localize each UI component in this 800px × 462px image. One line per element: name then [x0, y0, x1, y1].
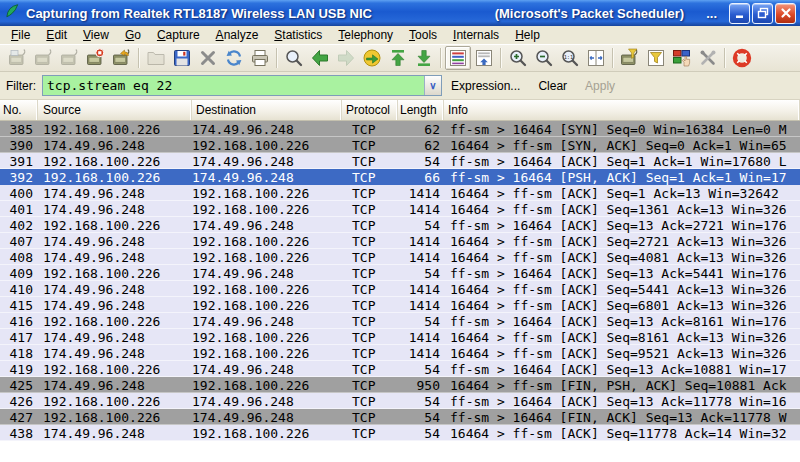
preferences-button[interactable]	[695, 46, 721, 70]
packet-no: 400	[0, 186, 38, 201]
menu-item-file[interactable]: File	[3, 27, 38, 44]
menu-item-telephony[interactable]: Telephony	[330, 27, 401, 44]
packet-row-426[interactable]: 426192.168.100.226174.49.96.248TCP54ff-s…	[0, 393, 800, 409]
packet-destination: 174.49.96.248	[192, 314, 342, 329]
clear-button[interactable]: Clear	[529, 76, 576, 96]
menu-item-edit[interactable]: Edit	[38, 27, 75, 44]
packet-row-408[interactable]: 408174.49.96.248192.168.100.226TCP141416…	[0, 249, 800, 265]
packet-protocol: TCP	[342, 330, 398, 345]
reload-button[interactable]	[221, 46, 247, 70]
open-file-button[interactable]	[143, 46, 169, 70]
packet-no: 409	[0, 266, 38, 281]
packet-row-427[interactable]: 427192.168.100.226174.49.96.248TCP54ff-s…	[0, 409, 800, 425]
packet-row-418[interactable]: 418174.49.96.248192.168.100.226TCP141416…	[0, 345, 800, 361]
packet-row-401[interactable]: 401174.49.96.248192.168.100.226TCP141416…	[0, 201, 800, 217]
title-truncation: ...	[706, 6, 717, 21]
zoom-original-button[interactable]: 1:1	[557, 46, 583, 70]
find-packet-button[interactable]	[281, 46, 307, 70]
packet-destination: 174.49.96.248	[192, 362, 342, 377]
reload-icon	[224, 48, 244, 68]
zoom-in-button[interactable]	[505, 46, 531, 70]
packet-row-410[interactable]: 410174.49.96.248192.168.100.226TCP141416…	[0, 281, 800, 297]
menu-item-internals[interactable]: Internals	[445, 27, 507, 44]
packet-protocol: TCP	[342, 218, 398, 233]
go-back-button[interactable]	[307, 46, 333, 70]
packet-source: 192.168.100.226	[38, 122, 192, 137]
go-forward-button[interactable]	[333, 46, 359, 70]
packet-info: ff-sm > 16464 [SYN] Seq=0 Win=16384 Len=…	[444, 122, 800, 137]
packet-no: 385	[0, 122, 38, 137]
display-filters-icon	[646, 48, 666, 68]
packet-length: 54	[398, 362, 444, 377]
packet-row-391[interactable]: 391192.168.100.226174.49.96.248TCP54ff-s…	[0, 153, 800, 169]
expression-button[interactable]: Expression...	[442, 76, 529, 96]
capture-filters-button[interactable]	[617, 46, 643, 70]
packet-row-419[interactable]: 419192.168.100.226174.49.96.248TCP54ff-s…	[0, 361, 800, 377]
menu-item-statistics[interactable]: Statistics	[266, 27, 330, 44]
packet-row-400[interactable]: 400174.49.96.248192.168.100.226TCP141416…	[0, 185, 800, 201]
packet-row-425[interactable]: 425174.49.96.248192.168.100.226TCP950164…	[0, 377, 800, 393]
restore-button[interactable]	[752, 3, 773, 24]
packet-no: 418	[0, 346, 38, 361]
help-button[interactable]	[729, 46, 755, 70]
column-header-protocol[interactable]: Protocol	[342, 100, 398, 120]
close-button[interactable]	[775, 3, 796, 24]
restart-capture-button[interactable]	[109, 46, 135, 70]
auto-scroll-button[interactable]	[471, 46, 497, 70]
apply-button[interactable]: Apply	[576, 76, 624, 96]
packet-row-392[interactable]: 392192.168.100.226174.49.96.248TCP66ff-s…	[0, 169, 800, 185]
packet-row-416[interactable]: 416192.168.100.226174.49.96.248TCP54ff-s…	[0, 313, 800, 329]
minimize-button[interactable]	[729, 3, 750, 24]
packet-row-415[interactable]: 415174.49.96.248192.168.100.226TCP141416…	[0, 297, 800, 313]
packet-no: 402	[0, 218, 38, 233]
resize-columns-button[interactable]	[583, 46, 609, 70]
column-header-info[interactable]: Info	[444, 100, 800, 120]
packet-row-390[interactable]: 390174.49.96.248192.168.100.226TCP621646…	[0, 137, 800, 153]
packet-info: ff-sm > 16464 [ACK] Seq=13 Ack=2721 Win=…	[444, 218, 800, 233]
capture-options-button[interactable]	[31, 46, 57, 70]
menu-item-tools[interactable]: Tools	[401, 27, 445, 44]
save-file-button[interactable]	[169, 46, 195, 70]
close-file-button[interactable]	[195, 46, 221, 70]
menu-item-go[interactable]: Go	[117, 27, 149, 44]
packet-length: 54	[398, 410, 444, 425]
packet-row-407[interactable]: 407174.49.96.248192.168.100.226TCP141416…	[0, 233, 800, 249]
stop-capture-button[interactable]	[83, 46, 109, 70]
zoom-out-button[interactable]	[531, 46, 557, 70]
column-header-no[interactable]: No.	[0, 100, 38, 120]
column-header-destination[interactable]: Destination	[192, 100, 342, 120]
packet-row-417[interactable]: 417174.49.96.248192.168.100.226TCP141416…	[0, 329, 800, 345]
print-button[interactable]	[247, 46, 273, 70]
packet-row-409[interactable]: 409192.168.100.226174.49.96.248TCP54ff-s…	[0, 265, 800, 281]
filter-input[interactable]	[43, 76, 424, 95]
display-filters-button[interactable]	[643, 46, 669, 70]
packet-info: 16464 > ff-sm [FIN, PSH, ACK] Seq=10881 …	[444, 378, 800, 393]
colorize-icon	[448, 48, 468, 68]
column-header-length[interactable]: Length	[398, 100, 444, 120]
packet-length: 1414	[398, 298, 444, 313]
menu-item-analyze[interactable]: Analyze	[208, 27, 267, 44]
packet-info: 16464 > ff-sm [ACK] Seq=5441 Ack=13 Win=…	[444, 282, 800, 297]
packet-row-438[interactable]: 438174.49.96.248192.168.100.226TCP541646…	[0, 425, 800, 441]
go-to-top-button[interactable]	[385, 46, 411, 70]
packet-length: 1414	[398, 202, 444, 217]
go-to-bottom-button[interactable]	[411, 46, 437, 70]
filter-dropdown-button[interactable]: ∨	[424, 76, 441, 95]
packet-row-385[interactable]: 385192.168.100.226174.49.96.248TCP62ff-s…	[0, 121, 800, 137]
menu-item-capture[interactable]: Capture	[149, 27, 208, 44]
packet-info: ff-sm > 16464 [PSH, ACK] Seq=1 Ack=1 Win…	[444, 170, 800, 185]
packet-row-402[interactable]: 402192.168.100.226174.49.96.248TCP54ff-s…	[0, 217, 800, 233]
colorize-button[interactable]	[445, 46, 471, 70]
menu-item-help[interactable]: Help	[507, 27, 548, 44]
coloring-rules-button[interactable]	[669, 46, 695, 70]
packet-source: 174.49.96.248	[38, 378, 192, 393]
menu-item-view[interactable]: View	[75, 27, 117, 44]
packet-protocol: TCP	[342, 394, 398, 409]
packet-destination: 174.49.96.248	[192, 170, 342, 185]
list-interfaces-button[interactable]	[5, 46, 31, 70]
start-capture-button[interactable]	[57, 46, 83, 70]
go-to-packet-button[interactable]	[359, 46, 385, 70]
packet-destination: 192.168.100.226	[192, 250, 342, 265]
packet-source: 174.49.96.248	[38, 298, 192, 313]
column-header-source[interactable]: Source	[38, 100, 192, 120]
